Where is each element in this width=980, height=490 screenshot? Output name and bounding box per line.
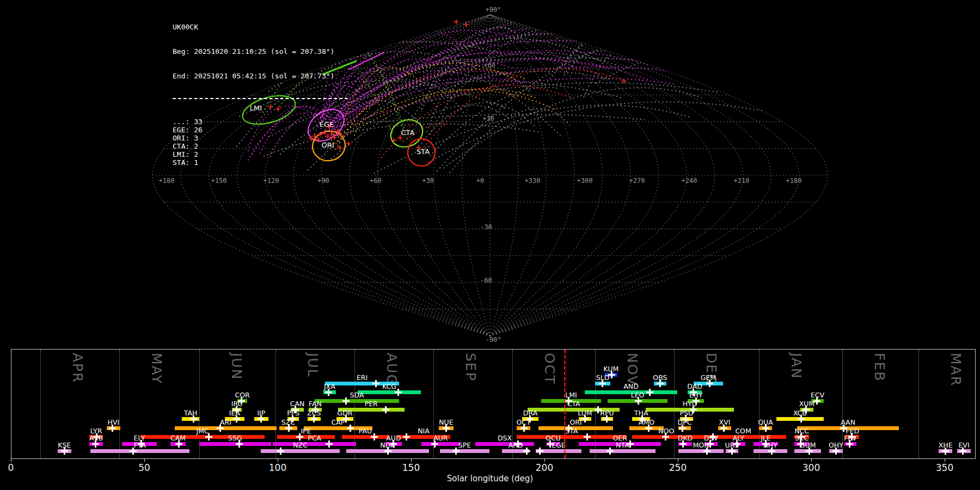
shower-peak-cross-ZCS (310, 415, 317, 422)
axis-tick (945, 458, 945, 462)
shower-bar-IPE (277, 435, 335, 439)
svg-text:+330: +330 (525, 177, 541, 185)
shower-label-NIA: NIA (418, 427, 430, 435)
shower-peak-cross-SLD (599, 380, 606, 387)
shower-label-NZC: NZC (293, 441, 308, 449)
shower-bar-FTA (90, 449, 189, 453)
shower-peak-cross-HVI (109, 425, 116, 432)
shower-label-PCA: PCA (308, 434, 321, 442)
shower-bar-DSX (475, 442, 534, 446)
shower-peak-cross-NTA (607, 448, 614, 455)
shower-count-row: CTA: 2 (173, 142, 348, 150)
shower-peak-cross-MON (703, 448, 710, 455)
svg-text:+270: +270 (629, 177, 645, 185)
svg-text:-30: -30 (480, 223, 492, 231)
month-label-MAY: MAY (149, 353, 164, 384)
activity-timeline-chart: APRMAYJUNJULAUGSEPOCTNOVDECJANFEBMARKUME… (11, 349, 976, 459)
month-label-JUN: JUN (229, 353, 244, 380)
shower-peak-cross-JMC (205, 433, 212, 440)
month-label-AUG: AUG (384, 353, 400, 386)
shower-peak-cross-EGE (536, 448, 543, 455)
shower-peak-cross-OBS (657, 380, 664, 387)
svg-text:+240: +240 (682, 177, 697, 185)
shower-count-row: ORI: 3 (173, 134, 348, 142)
svg-text:+30: +30 (422, 177, 434, 185)
x-axis-title: Solar longitude (deg) (447, 474, 533, 483)
axis-tick-label: 100 (269, 462, 286, 473)
axis-tick-label: 0 (8, 462, 14, 473)
shower-peak-cross-XVI (720, 425, 727, 432)
shower-bar-STA (517, 435, 627, 439)
shower-peak-cross-XCB (798, 415, 805, 422)
svg-text:+60: +60 (370, 177, 382, 185)
shower-label-NTA: NTA (616, 441, 629, 449)
month-label-SEP: SEP (463, 353, 479, 382)
svg-text:+180: +180 (786, 177, 802, 185)
month-gridline (918, 350, 919, 458)
shower-count-row: EGE: 26 (173, 126, 348, 134)
observation-header: UK00CK Beg: 20251020 21:10:25 (sol = 207… (173, 7, 348, 183)
month-label-APR: APR (70, 353, 85, 383)
axis-tick-label: 350 (936, 462, 953, 473)
shower-bar-NZC (261, 449, 340, 453)
shower-peak-cross-EVI (959, 448, 966, 455)
shower-bar-AUR (421, 442, 460, 446)
shower-bar-SPE (440, 449, 489, 453)
shower-peak-cross-NDA (384, 448, 391, 455)
shower-peak-cross-RPU (603, 415, 610, 422)
axis-tick (411, 458, 412, 462)
shower-bar-KCG (358, 390, 421, 394)
axis-tick-label: 150 (402, 462, 420, 473)
shower-label-CTA: CTA (567, 400, 580, 408)
axis-tick (144, 458, 145, 462)
shower-peak-cross-NUE (443, 425, 450, 432)
svg-text:+210: +210 (734, 177, 750, 185)
shower-peak-cross-DPC (679, 425, 686, 432)
shower-peak-cross-FEV (846, 440, 853, 448)
month-label-JUL: JUL (305, 353, 321, 378)
shower-bar-SDA (315, 399, 399, 403)
axis-tick-label: 250 (669, 462, 687, 473)
svg-text:+90°: +90° (486, 6, 501, 14)
shower-peak-cross-AHY (768, 448, 775, 455)
shower-count-row: STA: 1 (173, 158, 348, 167)
shower-peak-cross-LEO (635, 397, 642, 405)
shower-label-ARD: ARD (509, 441, 523, 449)
shower-peak-cross-SZC (285, 425, 292, 432)
shower-peak-cross-ECV (813, 397, 820, 405)
shower-peak-cross-NZC (277, 448, 284, 455)
radiant-sky-map: LMIEGEORICTASTA+180+150+120+90+60+30+0+3… (0, 0, 980, 348)
shower-peak-cross-CAM (175, 440, 182, 448)
shower-peak-cross-GUM (806, 448, 813, 455)
shower-peak-cross-AND (646, 389, 653, 396)
shower-peak-cross-XHE (942, 448, 949, 455)
shower-peak-cross-TAH (190, 415, 197, 422)
axis-tick (11, 458, 11, 462)
shower-peak-cross-KSE (61, 448, 68, 455)
shower-peak-cross-PCA (326, 440, 333, 448)
shower-label-SDA: SDA (350, 391, 364, 399)
month-gridline (119, 350, 120, 458)
axis-tick (544, 458, 545, 462)
month-gridline (674, 350, 675, 458)
begin-time: Beg: 20251020 21:10:25 (sol = 207.38°) (173, 47, 348, 56)
shower-bar-ARI (175, 426, 277, 430)
shower-peak-cross-JXA (325, 389, 332, 396)
station-id: UK00CK (173, 23, 348, 31)
shower-peak-cross-PAU (371, 433, 378, 440)
shower-counts-list: ...: 33EGE: 26ORI: 3CTA: 2LMI: 2STA: 1 (173, 118, 348, 167)
meteor-observation-plot: LMIEGEORICTASTA+180+150+120+90+60+30+0+3… (0, 0, 980, 490)
shower-label-ERI: ERI (357, 373, 367, 382)
shower-bar-NTA (590, 449, 656, 453)
current-solar-longitude-marker (564, 350, 566, 458)
svg-text:+60: +60 (483, 62, 495, 69)
shower-peak-cross-CAP (347, 425, 354, 432)
axis-tick (678, 458, 678, 462)
shower-peak-cross-IEA (233, 415, 240, 422)
shower-peak-cross-IIP (258, 415, 265, 422)
shower-peak-cross-SPE (452, 448, 460, 455)
shower-bar-MON (678, 449, 724, 453)
axis-tick-label: 50 (138, 462, 150, 473)
svg-text:+30: +30 (482, 115, 494, 122)
shower-label-STA: STA (565, 427, 578, 435)
